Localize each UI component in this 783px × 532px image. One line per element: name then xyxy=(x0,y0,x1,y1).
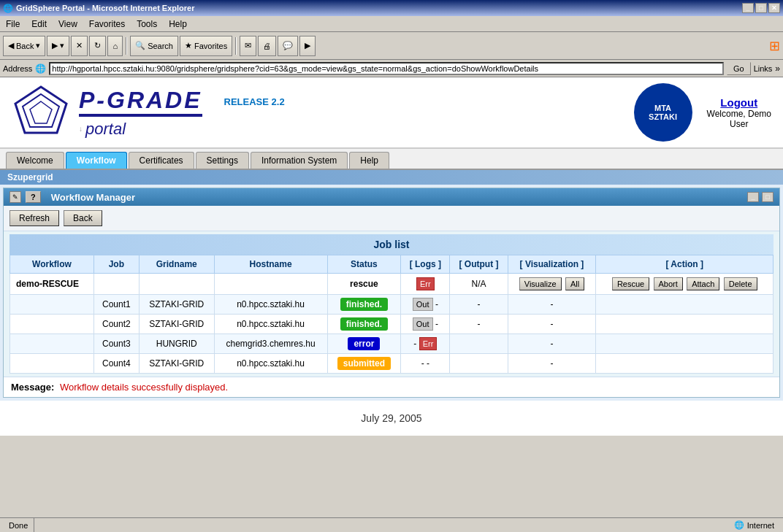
col-visualization: [ Visualization ] xyxy=(508,255,596,274)
tab-information-system[interactable]: Information System xyxy=(251,152,348,169)
tab-welcome[interactable]: Welcome xyxy=(6,152,64,169)
menu-tools[interactable]: Tools xyxy=(134,18,160,31)
forward-icon: ▶ xyxy=(52,41,58,50)
star-icon: ★ xyxy=(185,41,192,50)
log-err-button-0[interactable]: Err xyxy=(416,277,435,290)
mta-sztaki-logo: MTA SZTAKI xyxy=(634,83,692,142)
close-button[interactable]: ✕ xyxy=(768,3,780,13)
toolbar: ◀ Back ▾ ▶ ▾ ✕ ↻ ⌂ 🔍 Search ★ Favorites … xyxy=(0,32,783,60)
app-icon: 🌐 xyxy=(3,4,13,13)
menu-file[interactable]: File xyxy=(3,18,23,31)
svg-marker-1 xyxy=(23,94,59,127)
cell-workflow-4 xyxy=(10,354,94,374)
tab-certificates[interactable]: Certificates xyxy=(129,152,194,169)
cell-output-4 xyxy=(450,354,508,374)
toolbar-separator xyxy=(126,37,127,55)
col-workflow: Workflow xyxy=(10,255,94,274)
col-job: Job xyxy=(93,255,139,274)
main-content: ✎ ? Workflow Manager _ □ Refresh Back Jo… xyxy=(0,185,783,436)
tab-settings[interactable]: Settings xyxy=(196,152,249,169)
refresh-wf-button[interactable]: Refresh xyxy=(9,210,59,226)
viz-all-button-0[interactable]: All xyxy=(565,277,584,290)
message-label: Message: xyxy=(11,382,54,393)
cell-visualization-2: - xyxy=(508,315,596,334)
home-button[interactable]: ⌂ xyxy=(107,36,123,56)
panel-maximize-button[interactable]: □ xyxy=(762,192,774,202)
cell-logs-0: Err xyxy=(401,274,450,295)
cell-action-3 xyxy=(596,334,774,354)
mail-button[interactable]: ✉ xyxy=(240,36,256,56)
stop-icon: ✕ xyxy=(76,41,83,50)
stop-button[interactable]: ✕ xyxy=(71,36,88,56)
toolbar-separator-2 xyxy=(235,37,237,55)
back-wf-button[interactable]: Back xyxy=(64,210,102,226)
edit-icon-button[interactable]: ✎ xyxy=(9,191,21,203)
tab-help[interactable]: Help xyxy=(349,152,389,169)
internet-icon: 🌐 xyxy=(734,520,744,530)
discuss-button[interactable]: 💬 xyxy=(278,36,298,56)
table-row: Count1 SZTAKI-GRID n0.hpcc.sztaki.hu fin… xyxy=(10,295,774,315)
favorites-button[interactable]: ★ Favorites xyxy=(180,36,232,56)
forward-button[interactable]: ▶ ▾ xyxy=(47,36,69,56)
cell-status-4: submitted xyxy=(327,354,401,374)
cell-hostname-3: chemgrid3.chemres.hu xyxy=(214,334,327,354)
cell-hostname-2: n0.hpcc.sztaki.hu xyxy=(214,315,327,334)
cell-output-0: N/A xyxy=(450,274,508,295)
abort-button-0[interactable]: Abort xyxy=(654,277,683,290)
help-question-button[interactable]: ? xyxy=(26,191,41,203)
col-hostname: Hostname xyxy=(214,255,327,274)
cell-gridname-4: SZTAKI-GRID xyxy=(139,354,214,374)
col-logs: [ Logs ] xyxy=(401,255,450,274)
menu-help[interactable]: Help xyxy=(166,18,190,31)
menu-favorites[interactable]: Favorites xyxy=(86,18,128,31)
media-button[interactable]: ▶ xyxy=(299,36,316,56)
workflow-manager-panel: ✎ ? Workflow Manager _ □ Refresh Back Jo… xyxy=(3,188,780,398)
cell-hostname-0 xyxy=(214,274,327,295)
cell-logs-3: - Err xyxy=(401,334,450,354)
links-expand-icon: » xyxy=(775,63,780,74)
nav-tabs: Welcome Workflow Certificates Settings I… xyxy=(0,149,783,170)
user-text: User xyxy=(730,119,748,129)
refresh-button[interactable]: ↻ xyxy=(89,36,106,56)
footer-date: July 29, 2005 xyxy=(361,412,421,424)
logout-link[interactable]: Logout xyxy=(720,96,757,109)
page-footer: July 29, 2005 xyxy=(0,401,783,436)
back-button[interactable]: ◀ Back ▾ xyxy=(3,36,45,56)
status-bar: Done 🌐 Internet xyxy=(0,517,783,532)
panel-minimize-button[interactable]: _ xyxy=(747,192,759,202)
cell-visualization-4: - xyxy=(508,354,596,374)
log-err-button-3[interactable]: Err xyxy=(419,337,438,350)
minimize-button[interactable]: _ xyxy=(742,3,754,13)
cell-workflow-0: demo-RESCUE xyxy=(10,274,94,295)
pgrade-logo-svg xyxy=(12,83,70,142)
menu-view[interactable]: View xyxy=(56,18,80,31)
back-icon: ◀ xyxy=(8,41,14,50)
pgrade-brand: P-GRADE xyxy=(79,87,202,117)
cell-action-2 xyxy=(596,315,774,334)
cell-hostname-4: n0.hpcc.sztaki.hu xyxy=(214,354,327,374)
windows-logo: ⊞ xyxy=(769,38,780,54)
supergrid-bar: Szupergrid xyxy=(0,170,783,185)
media-icon: ▶ xyxy=(305,41,310,50)
log-out-button-2[interactable]: Out xyxy=(413,317,433,331)
cell-gridname-1: SZTAKI-GRID xyxy=(139,295,214,315)
search-button[interactable]: 🔍 Search xyxy=(130,36,178,56)
go-button[interactable]: Go xyxy=(727,62,751,75)
print-button[interactable]: 🖨 xyxy=(258,36,276,56)
rescue-button-0[interactable]: Rescue xyxy=(612,277,649,290)
log-out-button-1[interactable]: Out xyxy=(413,298,433,311)
cell-output-2: - xyxy=(450,315,508,334)
tab-workflow[interactable]: Workflow xyxy=(66,152,127,169)
refresh-icon: ↻ xyxy=(94,41,101,50)
delete-button-0[interactable]: Delete xyxy=(724,277,757,290)
visualize-button-0[interactable]: Visualize xyxy=(519,277,562,290)
table-row: Count2 SZTAKI-GRID n0.hpcc.sztaki.hu fin… xyxy=(10,315,774,334)
menu-edit[interactable]: Edit xyxy=(28,18,50,31)
attach-button-0[interactable]: Attach xyxy=(687,277,719,290)
print-icon: 🖨 xyxy=(263,42,271,50)
cell-logs-4: - - xyxy=(401,354,450,374)
wf-action-bar: Refresh Back xyxy=(4,206,779,231)
job-list-section: Job list Workflow Job Gridname Hostname … xyxy=(4,231,779,377)
maximize-button[interactable]: □ xyxy=(755,3,767,13)
address-input[interactable] xyxy=(49,62,724,75)
